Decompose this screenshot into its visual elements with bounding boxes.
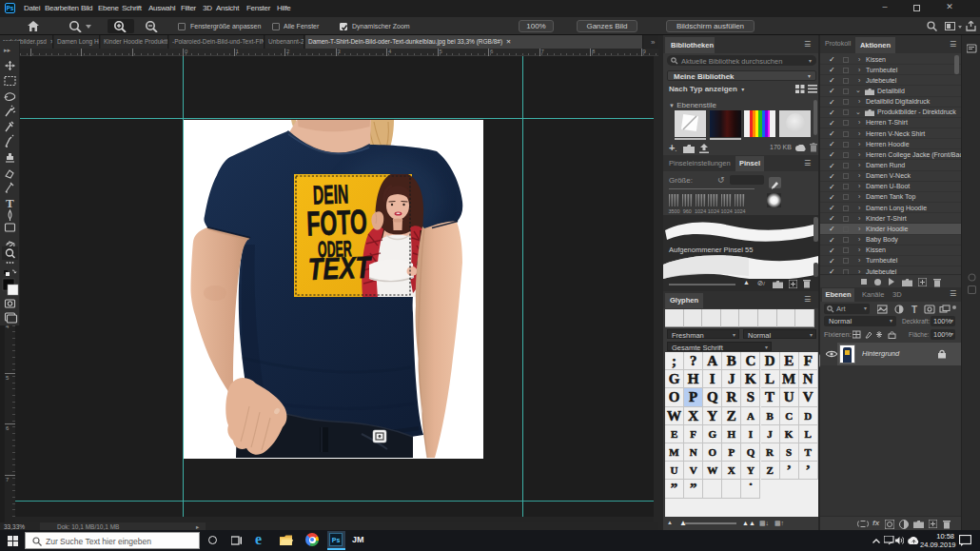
svg-text:TEXT: TEXT (307, 250, 372, 286)
svg-text:T: T (911, 305, 917, 314)
svg-text:T: T (6, 196, 14, 210)
svg-text:▸▸: ▸▸ (4, 47, 11, 53)
